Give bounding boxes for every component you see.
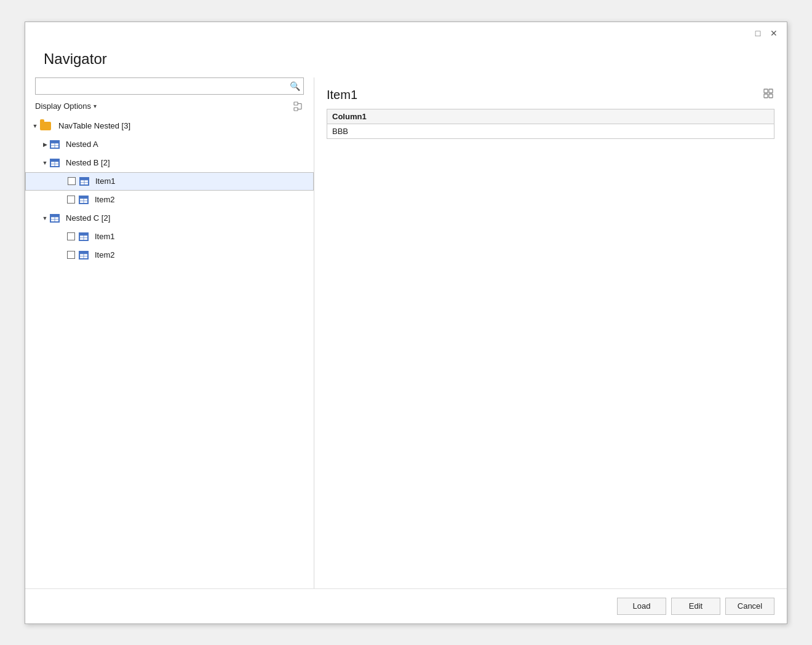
preview-title: Item1 [327, 88, 357, 102]
no-toggle-2 [57, 195, 67, 205]
display-options-row: Display Options ▾ [25, 98, 314, 117]
svg-rect-36 [80, 251, 88, 253]
navigator-window: □ ✕ Navigator 🔍 Display Options ▾ [25, 22, 787, 624]
main-content: 🔍 Display Options ▾ [25, 77, 787, 588]
window-title: Navigator [25, 44, 787, 77]
table-icon-c [50, 214, 60, 223]
checkbox-c-item2[interactable] [67, 251, 75, 259]
nested-b-item1-label: Item1 [95, 176, 116, 186]
svg-rect-0 [294, 102, 298, 105]
tree-area: ▼ NavTable Nested [3] ▶ [25, 117, 314, 588]
right-panel: Item1 Column1 [314, 77, 787, 588]
table-icon-c2 [79, 251, 89, 259]
expand-icon: ▶ [40, 140, 50, 149]
chevron-down-icon: ▾ [94, 103, 97, 109]
table-icon-c1 [79, 232, 89, 241]
tree-item-nested-b-item2[interactable]: Item2 [25, 191, 314, 209]
nested-b-label: Nested B [2] [66, 158, 110, 167]
nested-c-label: Nested C [2] [66, 213, 110, 223]
folder-icon [40, 122, 51, 130]
search-input[interactable] [35, 77, 304, 95]
svg-rect-11 [51, 159, 59, 161]
tree-item-nested-c-item1[interactable]: Item1 [25, 228, 314, 246]
tree-item-nested-b-item1[interactable]: Item1 [25, 172, 314, 191]
nested-a-label: Nested A [66, 140, 98, 149]
tree-view-icon-button[interactable] [293, 101, 304, 112]
checkbox-b-item1[interactable] [68, 177, 76, 185]
search-box-wrapper: 🔍 [35, 77, 304, 95]
no-toggle-c1 [57, 232, 67, 242]
column-header-1: Column1 [327, 109, 774, 124]
search-area: 🔍 [25, 77, 314, 95]
load-button[interactable]: Load [617, 598, 666, 615]
svg-rect-43 [769, 94, 773, 98]
collapse-icon-c: ▼ [40, 213, 50, 223]
table-icon [50, 140, 60, 149]
preview-header: Item1 [327, 77, 774, 109]
table-icon-b1 [79, 177, 89, 186]
collapse-icon: ▼ [30, 121, 40, 131]
footer: Load Edit Cancel [25, 588, 787, 623]
nested-c-item1-label: Item1 [95, 232, 115, 241]
maximize-button[interactable]: □ [752, 28, 763, 39]
cell-0-0: BBB [327, 124, 774, 138]
no-toggle-c2 [57, 250, 67, 260]
left-panel: 🔍 Display Options ▾ [25, 77, 314, 588]
tree-item-nested-a[interactable]: ▶ Nested A [25, 135, 314, 154]
display-options-button[interactable]: Display Options ▾ [35, 101, 97, 111]
svg-rect-26 [51, 215, 59, 216]
svg-rect-40 [764, 89, 768, 93]
table-icon-b [50, 159, 60, 167]
preview-table: Column1 BBB [327, 109, 774, 139]
preview-icon-button[interactable] [762, 87, 774, 103]
checkbox-c-item1[interactable] [67, 232, 75, 240]
table-row: BBB [327, 124, 774, 138]
collapse-icon-b: ▼ [40, 158, 50, 168]
checkbox-b-item2[interactable] [67, 196, 75, 204]
nested-b-item2-label: Item2 [95, 195, 115, 204]
svg-rect-42 [769, 89, 773, 93]
title-bar-controls: □ ✕ [752, 28, 779, 39]
edit-button[interactable]: Edit [671, 598, 720, 615]
tree-item-nested-c-item2[interactable]: Item2 [25, 246, 314, 264]
tree-item-root[interactable]: ▼ NavTable Nested [3] [25, 117, 314, 135]
tree-item-nested-c[interactable]: ▼ Nested C [2] [25, 209, 314, 228]
svg-rect-6 [51, 141, 59, 143]
table-icon-b2 [79, 196, 89, 204]
root-label: NavTable Nested [3] [58, 121, 130, 130]
svg-rect-1 [294, 108, 298, 111]
svg-rect-16 [81, 178, 89, 180]
svg-rect-21 [80, 196, 88, 198]
display-options-label: Display Options [35, 101, 91, 111]
no-toggle-1 [58, 176, 68, 186]
svg-rect-31 [80, 233, 88, 235]
title-bar: □ ✕ [25, 22, 787, 44]
svg-rect-41 [764, 94, 768, 98]
cancel-button[interactable]: Cancel [725, 598, 774, 615]
close-button[interactable]: ✕ [768, 28, 779, 39]
tree-item-nested-b[interactable]: ▼ Nested B [2] [25, 154, 314, 172]
nested-c-item2-label: Item2 [95, 250, 115, 259]
